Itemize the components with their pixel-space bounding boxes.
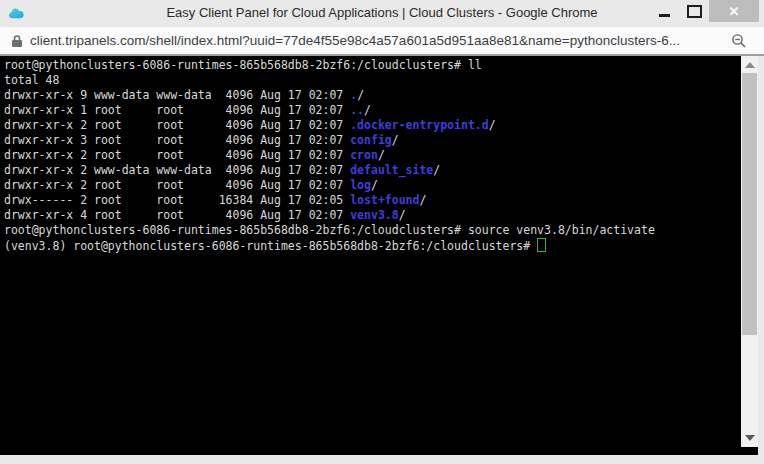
terminal-line: drwxr-xr-x 2 www-data www-data 4096 Aug … — [4, 163, 738, 178]
address-bar: client.tripanels.com/shell/index.html?uu… — [0, 27, 764, 56]
terminal-cursor — [537, 238, 546, 252]
browser-window: Easy Client Panel for Cloud Applications… — [0, 0, 764, 464]
terminal-line: total 48 — [4, 73, 738, 88]
scroll-down-arrow-icon[interactable] — [745, 435, 755, 441]
terminal-line: root@pythonclusters-6086-runtimes-865b56… — [4, 58, 738, 73]
close-icon: ✕ — [729, 4, 740, 19]
terminal-output: root@pythonclusters-6086-runtimes-865b56… — [4, 58, 738, 254]
scroll-up-arrow-icon[interactable] — [745, 62, 755, 68]
minimize-icon — [659, 14, 670, 17]
window-bottom-border — [0, 455, 764, 464]
terminal-line: drwxr-xr-x 9 www-data www-data 4096 Aug … — [4, 88, 738, 103]
scrollbar-thumb[interactable] — [742, 73, 757, 335]
close-button[interactable]: ✕ — [709, 0, 759, 22]
zoom-out-icon[interactable] — [731, 33, 747, 49]
terminal-scrollbar[interactable] — [741, 56, 758, 447]
window-controls: ✕ — [649, 0, 759, 22]
terminal[interactable]: root@pythonclusters-6086-runtimes-865b56… — [0, 56, 758, 455]
titlebar: Easy Client Panel for Cloud Applications… — [0, 0, 764, 27]
terminal-line: drwxr-xr-x 2 root root 4096 Aug 17 02:07… — [4, 148, 738, 163]
terminal-line: (venv3.8) root@pythonclusters-6086-runti… — [4, 238, 738, 254]
terminal-line: drwxr-xr-x 3 root root 4096 Aug 17 02:07… — [4, 133, 738, 148]
terminal-line: drwxr-xr-x 4 root root 4096 Aug 17 02:07… — [4, 208, 738, 223]
terminal-line: drwxr-xr-x 2 root root 4096 Aug 17 02:07… — [4, 178, 738, 193]
terminal-line: drwx------ 2 root root 16384 Aug 17 02:0… — [4, 193, 738, 208]
maximize-button[interactable] — [679, 0, 709, 22]
terminal-line: root@pythonclusters-6086-runtimes-865b56… — [4, 223, 738, 238]
maximize-icon — [687, 5, 702, 18]
url-text[interactable]: client.tripanels.com/shell/index.html?uu… — [30, 33, 714, 48]
minimize-button[interactable] — [649, 0, 679, 22]
terminal-line: drwxr-xr-x 1 root root 4096 Aug 17 02:07… — [4, 103, 738, 118]
terminal-line: drwxr-xr-x 2 root root 4096 Aug 17 02:07… — [4, 118, 738, 133]
window-right-border — [758, 56, 764, 455]
lock-icon — [11, 34, 23, 48]
